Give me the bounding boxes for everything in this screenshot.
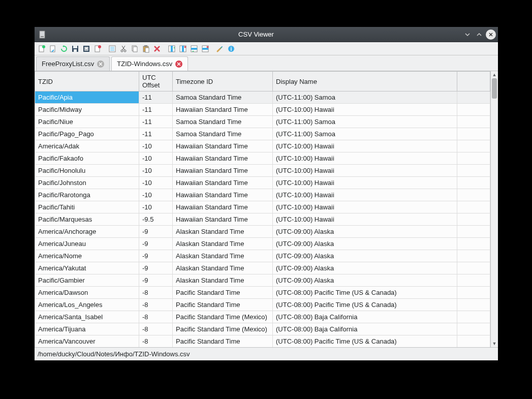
cell-tzid[interactable]: Pacific/Johnston bbox=[35, 177, 139, 189]
cell-extra[interactable] bbox=[457, 201, 490, 213]
table-row[interactable]: Pacific/Rarotonga-10Hawaiian Standard Ti… bbox=[35, 189, 490, 201]
cell-tzid[interactable]: America/Vancouver bbox=[35, 335, 139, 348]
cell-tzid[interactable]: America/Santa_Isabel bbox=[35, 311, 139, 323]
table-row[interactable]: Pacific/Midway-11Hawaiian Standard Time(… bbox=[35, 104, 490, 116]
cell-offset[interactable]: -8 bbox=[139, 311, 173, 323]
cell-tzid[interactable]: Pacific/Tahiti bbox=[35, 201, 139, 213]
cell-extra[interactable] bbox=[457, 323, 490, 335]
cell-tzname[interactable]: Pacific Standard Time bbox=[173, 287, 273, 299]
table-row[interactable]: America/Yakutat-9Alaskan Standard Time(U… bbox=[35, 262, 490, 274]
cell-extra[interactable] bbox=[457, 116, 490, 128]
cell-display[interactable]: (UTC-10:00) Hawaii bbox=[273, 165, 457, 177]
cell-display[interactable]: (UTC-08:00) Pacific Time (US & Canada) bbox=[273, 299, 457, 311]
cell-tzid[interactable]: America/Adak bbox=[35, 140, 139, 152]
scroll-down-arrow-icon[interactable]: ▼ bbox=[491, 340, 498, 347]
settings-button[interactable] bbox=[215, 44, 225, 54]
scroll-track[interactable] bbox=[491, 78, 498, 340]
cell-display[interactable]: (UTC-10:00) Hawaii bbox=[273, 104, 457, 116]
cell-offset[interactable]: -10 bbox=[139, 152, 173, 165]
cell-extra[interactable] bbox=[457, 311, 490, 323]
cell-offset[interactable]: -9 bbox=[139, 262, 173, 274]
insert-row-button[interactable] bbox=[189, 44, 199, 54]
table-row[interactable]: America/Nome-9Alaskan Standard Time(UTC-… bbox=[35, 250, 490, 262]
cell-display[interactable]: (UTC-08:00) Baja California bbox=[273, 323, 457, 335]
scroll-thumb[interactable] bbox=[492, 78, 497, 99]
cell-extra[interactable] bbox=[457, 238, 490, 250]
tab-close-icon[interactable] bbox=[97, 60, 104, 68]
paste-button[interactable] bbox=[141, 44, 151, 54]
column-header-tzid[interactable]: TZID bbox=[35, 72, 139, 91]
table-row[interactable]: Pacific/Johnston-10Hawaiian Standard Tim… bbox=[35, 177, 490, 189]
cell-tzid[interactable]: America/Juneau bbox=[35, 238, 139, 250]
cell-tzname[interactable]: Alaskan Standard Time bbox=[173, 262, 273, 274]
cell-tzname[interactable]: Hawaiian Standard Time bbox=[173, 213, 273, 226]
cell-extra[interactable] bbox=[457, 262, 490, 274]
table-row[interactable]: America/Anchorage-9Alaskan Standard Time… bbox=[35, 226, 490, 238]
cell-tzname[interactable]: Pacific Standard Time bbox=[173, 299, 273, 311]
cell-tzname[interactable]: Alaskan Standard Time bbox=[173, 274, 273, 287]
cell-tzid[interactable]: Pacific/Gambier bbox=[35, 274, 139, 287]
table-row[interactable]: America/Dawson-8Pacific Standard Time(UT… bbox=[35, 287, 490, 299]
delete-button[interactable] bbox=[152, 44, 162, 54]
select-all-button[interactable] bbox=[107, 44, 117, 54]
cell-tzname[interactable]: Hawaiian Standard Time bbox=[173, 177, 273, 189]
cell-tzid[interactable]: Pacific/Pago_Pago bbox=[35, 128, 139, 140]
cell-offset[interactable]: -8 bbox=[139, 299, 173, 311]
vertical-scrollbar[interactable]: ▲ ▼ bbox=[490, 71, 498, 347]
info-button[interactable]: i bbox=[226, 44, 236, 54]
remove-row-button[interactable] bbox=[200, 44, 210, 54]
cell-tzname[interactable]: Hawaiian Standard Time bbox=[173, 104, 273, 116]
cell-offset[interactable]: -9 bbox=[139, 274, 173, 287]
cell-tzname[interactable]: Hawaiian Standard Time bbox=[173, 189, 273, 201]
cell-extra[interactable] bbox=[457, 226, 490, 238]
cell-display[interactable]: (UTC-11:00) Samoa bbox=[273, 116, 457, 128]
table-row[interactable]: Pacific/Niue-11Samoa Standard Time(UTC-1… bbox=[35, 116, 490, 128]
cell-offset[interactable]: -10 bbox=[139, 165, 173, 177]
cell-offset[interactable]: -8 bbox=[139, 335, 173, 348]
cell-tzid[interactable]: Pacific/Rarotonga bbox=[35, 189, 139, 201]
cell-offset[interactable]: -9 bbox=[139, 250, 173, 262]
cell-tzid[interactable]: America/Yakutat bbox=[35, 262, 139, 274]
table-row[interactable]: Pacific/Fakaofo-10Hawaiian Standard Time… bbox=[35, 152, 490, 165]
remove-column-button[interactable] bbox=[178, 44, 188, 54]
cell-tzid[interactable]: America/Tijuana bbox=[35, 323, 139, 335]
cell-extra[interactable] bbox=[457, 152, 490, 165]
cell-extra[interactable] bbox=[457, 274, 490, 287]
cell-display[interactable]: (UTC-10:00) Hawaii bbox=[273, 189, 457, 201]
cell-offset[interactable]: -10 bbox=[139, 189, 173, 201]
close-file-button[interactable] bbox=[92, 44, 103, 54]
cell-display[interactable]: (UTC-08:00) Baja California bbox=[273, 311, 457, 323]
cell-display[interactable]: (UTC-10:00) Hawaii bbox=[273, 140, 457, 152]
cell-tzname[interactable]: Alaskan Standard Time bbox=[173, 238, 273, 250]
cell-extra[interactable] bbox=[457, 177, 490, 189]
cell-extra[interactable] bbox=[457, 335, 490, 348]
cell-tzid[interactable]: America/Anchorage bbox=[35, 226, 139, 238]
cell-offset[interactable]: -10 bbox=[139, 177, 173, 189]
cell-extra[interactable] bbox=[457, 213, 490, 226]
cell-display[interactable]: (UTC-09:00) Alaska bbox=[273, 274, 457, 287]
cell-offset[interactable]: -9 bbox=[139, 226, 173, 238]
cell-tzname[interactable]: Samoa Standard Time bbox=[173, 91, 273, 104]
cell-extra[interactable] bbox=[457, 140, 490, 152]
column-header-timezone-id[interactable]: Timezone ID bbox=[173, 72, 273, 91]
cell-tzname[interactable]: Pacific Standard Time bbox=[173, 335, 273, 348]
cell-extra[interactable] bbox=[457, 250, 490, 262]
maximize-button[interactable] bbox=[474, 29, 484, 40]
cell-display[interactable]: (UTC-10:00) Hawaii bbox=[273, 152, 457, 165]
cell-offset[interactable]: -11 bbox=[139, 104, 173, 116]
cell-tzname[interactable]: Pacific Standard Time (Mexico) bbox=[173, 311, 273, 323]
cell-extra[interactable] bbox=[457, 287, 490, 299]
cell-tzname[interactable]: Samoa Standard Time bbox=[173, 128, 273, 140]
cell-offset[interactable]: -8 bbox=[139, 323, 173, 335]
cell-extra[interactable] bbox=[457, 165, 490, 177]
cell-tzname[interactable]: Hawaiian Standard Time bbox=[173, 165, 273, 177]
column-header-display-name[interactable]: Display Name bbox=[273, 72, 457, 91]
table-row[interactable]: America/Santa_Isabel-8Pacific Standard T… bbox=[35, 311, 490, 323]
cell-offset[interactable]: -9 bbox=[139, 238, 173, 250]
cell-tzid[interactable]: America/Nome bbox=[35, 250, 139, 262]
cell-display[interactable]: (UTC-09:00) Alaska bbox=[273, 226, 457, 238]
cell-tzname[interactable]: Hawaiian Standard Time bbox=[173, 152, 273, 165]
column-header-offset[interactable]: UTC Offset bbox=[139, 72, 173, 91]
cell-display[interactable]: (UTC-10:00) Hawaii bbox=[273, 201, 457, 213]
close-button[interactable] bbox=[486, 29, 496, 40]
